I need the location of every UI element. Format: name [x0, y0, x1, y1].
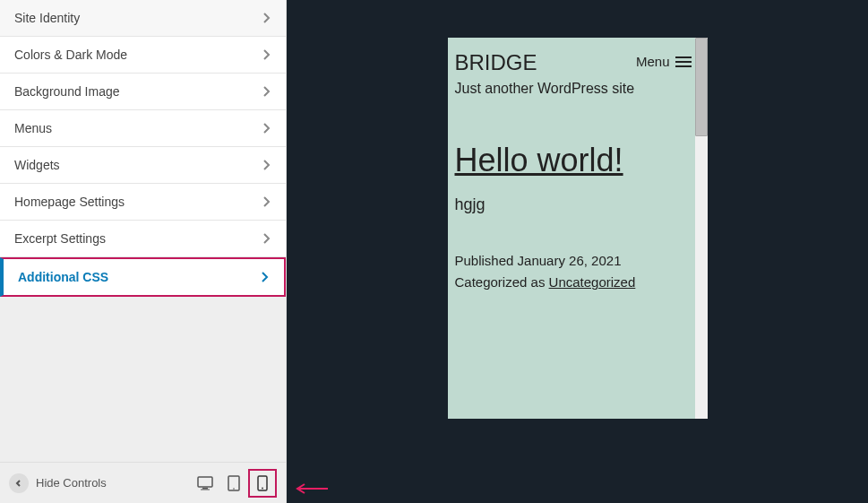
menu-label: Menu [636, 54, 670, 69]
mobile-header: BRIDGE Menu [455, 50, 708, 75]
device-mobile-button[interactable] [248, 469, 277, 498]
sidebar-item-label: Additional CSS [18, 270, 108, 284]
published-label: Published [455, 253, 514, 268]
chevron-right-icon [262, 195, 271, 208]
chevron-right-icon [262, 232, 271, 245]
sidebar-item-label: Colors & Dark Mode [14, 48, 127, 62]
hide-controls-button[interactable]: Hide Controls [9, 473, 107, 493]
sidebar-item-label: Excerpt Settings [14, 231, 106, 246]
collapse-icon [9, 473, 29, 493]
category-link[interactable]: Uncategorized [549, 274, 636, 290]
post-title[interactable]: Hello world! [455, 142, 708, 179]
tablet-icon [228, 475, 240, 491]
mobile-content: BRIDGE Menu Just another WordPress site … [448, 38, 708, 419]
sidebar-item-widgets[interactable]: Widgets [0, 147, 286, 184]
svg-rect-2 [201, 489, 210, 490]
sidebar-item-label: Homepage Settings [14, 195, 125, 209]
menu-toggle[interactable]: Menu [636, 50, 692, 69]
chevron-right-icon [262, 159, 271, 171]
published-date: January 26, 2021 [518, 253, 622, 268]
chevron-right-icon [261, 271, 270, 283]
sidebar-item-site-identity[interactable]: Site Identity [0, 0, 286, 37]
desktop-icon [197, 476, 213, 490]
scrollbar-thumb[interactable] [695, 38, 708, 136]
sidebar-item-homepage-settings[interactable]: Homepage Settings [0, 184, 286, 221]
chevron-right-icon [262, 122, 271, 134]
post-published: Published January 26, 2021 [455, 250, 708, 272]
sidebar-item-excerpt-settings[interactable]: Excerpt Settings [0, 221, 286, 257]
mobile-preview-frame: BRIDGE Menu Just another WordPress site … [448, 38, 708, 419]
preview-area: BRIDGE Menu Just another WordPress site … [287, 0, 868, 503]
arrow-annotation-icon [294, 481, 330, 496]
sidebar-item-additional-css[interactable]: Additional CSS [0, 257, 286, 297]
device-desktop-button[interactable] [191, 469, 219, 498]
svg-rect-1 [202, 488, 208, 490]
sidebar-items-list: Site Identity Colors & Dark Mode Backgro… [0, 0, 286, 462]
customizer-sidebar: Site Identity Colors & Dark Mode Backgro… [0, 0, 287, 503]
hide-controls-label: Hide Controls [36, 476, 107, 490]
svg-rect-0 [198, 477, 212, 487]
post-content: hgjg [455, 195, 708, 214]
sidebar-item-menus[interactable]: Menus [0, 110, 286, 147]
device-preview-buttons [191, 469, 277, 498]
sidebar-item-label: Menus [14, 121, 52, 135]
svg-point-6 [262, 487, 263, 489]
site-title[interactable]: BRIDGE [455, 50, 537, 75]
scrollbar-track[interactable] [695, 38, 708, 419]
mobile-icon [257, 475, 268, 491]
sidebar-item-label: Widgets [14, 158, 60, 172]
sidebar-item-label: Site Identity [14, 11, 80, 25]
site-tagline: Just another WordPress site [455, 79, 708, 99]
sidebar-item-label: Background Image [14, 84, 120, 99]
categorized-label: Categorized as [455, 274, 546, 290]
chevron-right-icon [262, 48, 271, 61]
svg-point-4 [233, 488, 235, 490]
sidebar-footer: Hide Controls [0, 462, 286, 503]
sidebar-item-background-image[interactable]: Background Image [0, 74, 286, 110]
chevron-right-icon [262, 12, 271, 24]
hamburger-icon [675, 56, 692, 68]
chevron-right-icon [262, 85, 271, 98]
device-tablet-button[interactable] [219, 469, 248, 498]
post-meta: Published January 26, 2021 Categorized a… [455, 250, 708, 293]
sidebar-item-colors-dark-mode[interactable]: Colors & Dark Mode [0, 37, 286, 74]
post-category: Categorized as Uncategorized [455, 272, 708, 293]
